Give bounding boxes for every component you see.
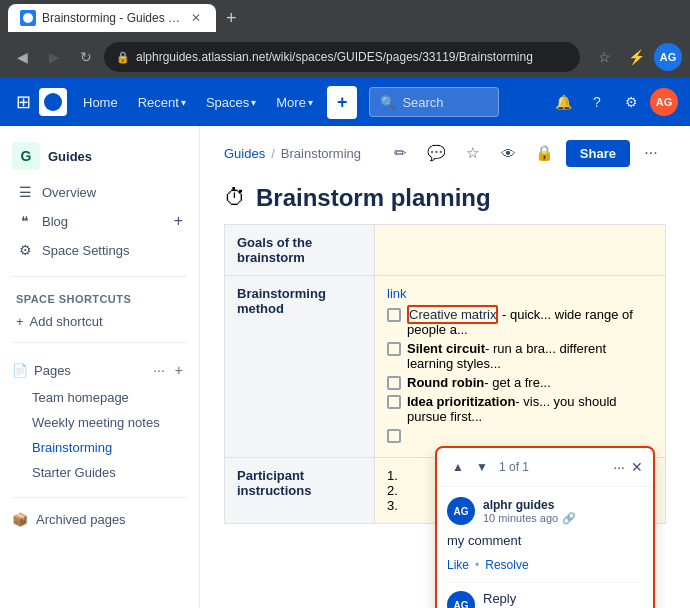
checklist-item-roundrobin: Round robin- get a fre... (387, 375, 653, 390)
sidebar-item-space-settings[interactable]: ⚙ Space Settings (4, 236, 195, 264)
sidebar: G Guides ☰ Overview ❝ Blog + ⚙ Space Set… (0, 126, 200, 608)
bell-icon: 🔔 (555, 94, 572, 110)
address-bar[interactable]: 🔒 alphrguides.atlassian.net/wiki/spaces/… (104, 42, 580, 72)
page-child-starter-guides[interactable]: Starter Guides (4, 460, 195, 485)
nav-recent-link[interactable]: Recent ▾ (130, 89, 194, 116)
extensions-icon-btn[interactable]: ⚡ (622, 43, 650, 71)
forward-button[interactable]: ▶ (40, 43, 68, 71)
edit-icon-btn[interactable]: ✏ (386, 138, 416, 168)
comment-prev-btn[interactable]: ▲ (447, 456, 469, 478)
watch-icon: 👁 (501, 145, 516, 162)
sidebar-divider-3 (12, 497, 187, 498)
breadcrumb-separator: / (271, 146, 275, 161)
user-avatar-nav[interactable]: AG (650, 88, 678, 116)
create-button[interactable]: + (327, 86, 358, 119)
pages-add-btn[interactable]: + (171, 360, 187, 380)
checkbox-empty (387, 428, 653, 443)
star-icon-btn[interactable]: ☆ (458, 138, 488, 168)
comment-more-options-btn[interactable]: ··· (613, 459, 625, 475)
comment-close-btn[interactable]: ✕ (631, 459, 643, 475)
user-initials-nav: AG (656, 96, 673, 108)
space-settings-icon: ⚙ (16, 242, 34, 258)
comment-reply-section: AG Reply (447, 582, 643, 608)
comment-nav: ▲ ▼ 1 of 1 (447, 456, 533, 478)
comment-time: 10 minutes ago (483, 512, 558, 524)
table-row-method: Brainstorming method link Creative matri… (225, 276, 666, 458)
notifications-icon-btn[interactable]: 🔔 (548, 87, 578, 117)
reload-button[interactable]: ↻ (72, 43, 100, 71)
pages-header[interactable]: 📄 Pages ··· + (0, 355, 199, 385)
sidebar-item-overview[interactable]: ☰ Overview (4, 178, 195, 206)
checkbox-silent[interactable] (387, 342, 401, 356)
comment-next-btn[interactable]: ▼ (471, 456, 493, 478)
nav-more-link[interactable]: More ▾ (268, 89, 321, 116)
sidebar-archived[interactable]: 📦 Archived pages (0, 506, 199, 533)
like-link[interactable]: Like (447, 558, 469, 572)
browser-tab[interactable]: Brainstorming - Guides - Conflu... ✕ (8, 4, 216, 32)
checklist-item-idea: Idea prioritization- vis... you should p… (387, 394, 653, 424)
reply-avatar: AG (447, 591, 475, 608)
method-link-text[interactable]: link (387, 286, 407, 301)
watch-icon-btn[interactable]: 👁 (494, 138, 524, 168)
back-button[interactable]: ◀ (8, 43, 36, 71)
starter-guides-label: Starter Guides (32, 465, 116, 480)
restrict-icon-btn[interactable]: 🔒 (530, 138, 560, 168)
sidebar-add-shortcut[interactable]: + Add shortcut (0, 309, 199, 334)
pages-more-btn[interactable]: ··· (149, 360, 169, 380)
blog-icon: ❝ (16, 213, 34, 229)
comment-link-icon[interactable]: 🔗 (562, 512, 576, 525)
page-child-weekly-meeting[interactable]: Weekly meeting notes (4, 410, 195, 435)
archived-icon: 📦 (12, 512, 28, 527)
nav-spaces-link[interactable]: Spaces ▾ (198, 89, 264, 116)
archived-label: Archived pages (36, 512, 126, 527)
add-blog-icon[interactable]: + (174, 212, 183, 230)
checkbox-last[interactable] (387, 429, 401, 443)
tab-favicon (20, 10, 36, 26)
browser-toolbar-icons: ☆ ⚡ AG (590, 43, 682, 71)
share-button[interactable]: Share (566, 140, 630, 167)
method-link[interactable]: link (387, 286, 653, 301)
nav-more-label: More (276, 95, 306, 110)
checkbox-idea[interactable] (387, 395, 401, 409)
comment-text: my comment (447, 533, 643, 548)
content-table: Goals of the brainstorm Brainstorming me… (224, 224, 666, 524)
page-child-brainstorming[interactable]: Brainstorming (4, 435, 195, 460)
search-icon: 🔍 (380, 95, 396, 110)
nav-icons-right: 🔔 ? ⚙ AG (548, 87, 678, 117)
tab-close-icon[interactable]: ✕ (188, 10, 204, 26)
pages-section: 📄 Pages ··· + Team homepage Weekly meeti… (0, 351, 199, 489)
breadcrumb-guides-link[interactable]: Guides (224, 146, 265, 161)
sidebar-item-blog[interactable]: ❝ Blog + (4, 206, 195, 236)
address-bar-row: ◀ ▶ ↻ 🔒 alphrguides.atlassian.net/wiki/s… (0, 36, 690, 78)
star-icon: ☆ (466, 144, 479, 162)
more-options-btn[interactable]: ··· (636, 138, 666, 168)
grid-icon-btn[interactable]: ⊞ (12, 87, 35, 117)
space-name: Guides (48, 149, 92, 164)
create-icon: + (337, 92, 348, 113)
bookmark-icon-btn[interactable]: ☆ (590, 43, 618, 71)
reply-input[interactable]: Reply (483, 591, 643, 606)
sidebar-space-header[interactable]: G Guides (0, 134, 199, 174)
nav-home-link[interactable]: Home (75, 89, 126, 116)
help-icon-btn[interactable]: ? (582, 87, 612, 117)
breadcrumb: Guides / Brainstorming ✏ 💬 ☆ 👁 (200, 126, 690, 168)
new-tab-button[interactable]: + (226, 8, 237, 29)
settings-icon: ⚙ (625, 94, 638, 110)
comment-actions: Like • Resolve (447, 558, 643, 572)
resolve-link[interactable]: Resolve (485, 558, 528, 572)
tab-title: Brainstorming - Guides - Conflu... (42, 11, 182, 25)
checkbox-creative[interactable] (387, 308, 401, 322)
back-icon: ◀ (17, 49, 28, 65)
pages-header-icon: 📄 (12, 363, 28, 378)
restrict-icon: 🔒 (535, 144, 554, 162)
checkbox-roundrobin[interactable] (387, 376, 401, 390)
settings-icon-btn[interactable]: ⚙ (616, 87, 646, 117)
browser-profile-btn[interactable]: AG (654, 43, 682, 71)
round-robin-text: Round robin- get a fre... (407, 375, 551, 390)
search-box[interactable]: 🔍 Search (369, 87, 499, 117)
page-title: Brainstorm planning (256, 184, 491, 212)
confluence-logo[interactable] (39, 88, 67, 116)
page-child-team-homepage[interactable]: Team homepage (4, 385, 195, 410)
inline-comment-icon-btn[interactable]: 💬 (422, 138, 452, 168)
goals-content-cell (375, 225, 666, 276)
